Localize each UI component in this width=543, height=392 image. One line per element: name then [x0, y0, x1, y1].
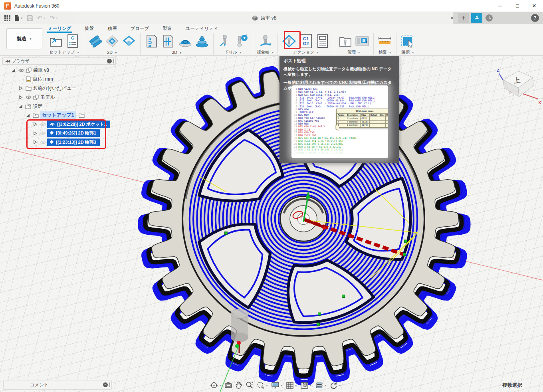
ribbon-group-label[interactable]: 複合軸 ▼: [257, 49, 274, 55]
pan-tool[interactable]: [234, 380, 243, 390]
setup-sheet-button[interactable]: [315, 33, 330, 49]
tree-item-label: 名前の付いたビュー: [33, 85, 76, 92]
document-cube-icon: [252, 15, 258, 21]
tool-caret-icon[interactable]: ▼: [324, 384, 327, 387]
eye-icon[interactable]: [25, 94, 32, 101]
selection-status-text: 複数選択: [502, 382, 522, 389]
save-button[interactable]: [26, 13, 34, 23]
contour-2d-button[interactable]: [121, 33, 137, 49]
ribbon-group-label[interactable]: セットアップ ▼: [49, 49, 79, 55]
drill-button[interactable]: [217, 33, 232, 49]
adaptive-3d-button[interactable]: [144, 33, 159, 49]
spiral-3d-button[interactable]: [194, 33, 210, 49]
nc-code-line: 20N85 X-61.097 Y-66.113 Z-22.086: [293, 143, 387, 145]
gcode-param-table: G01 Linear moveParam.DescriptionValueDef…: [336, 109, 388, 128]
tree-row-2[interactable]: 名前の付いたビュー: [10, 84, 110, 93]
group-caret-icon: ▼: [358, 51, 361, 54]
tree-row-3[interactable]: モデル: [10, 93, 110, 102]
help-button[interactable]: ?: [531, 14, 539, 22]
ribbon-group-label[interactable]: アクション ▼: [293, 49, 319, 55]
panel-resize-handle[interactable]: [113, 59, 114, 63]
tool-caret-icon[interactable]: ▼: [339, 384, 341, 387]
multi-axis-button[interactable]: [258, 33, 273, 49]
thread-tool-button[interactable]: +: [234, 33, 249, 49]
minimize-button[interactable]: ─: [491, 0, 509, 12]
collapse-panel-icon[interactable]: ◀◀: [5, 59, 9, 63]
measure-button[interactable]: [377, 33, 392, 49]
tree-row-4[interactable]: 設定: [10, 102, 110, 111]
comment-resize-handle[interactable]: [109, 382, 110, 387]
visual-style-tool[interactable]: ▼: [314, 381, 328, 390]
ribbon-group-label[interactable]: 管理 ▼: [347, 49, 361, 55]
ribbon-group-label[interactable]: 2D ▼: [107, 50, 117, 55]
setup-folder-button[interactable]: [48, 33, 63, 49]
app-launcher-icon[interactable]: [3, 13, 12, 23]
face-2d-button[interactable]: [105, 33, 120, 49]
tree-expand-icon[interactable]: [25, 112, 31, 119]
ribbon-tab-2[interactable]: 積層: [107, 25, 118, 33]
tree-expand-icon[interactable]: [18, 94, 24, 101]
machine-button[interactable]: [355, 33, 370, 49]
document-tab[interactable]: 歯車 v8: [76, 12, 453, 24]
tool-library-button[interactable]: [338, 33, 353, 49]
trailing-folder-icon: [78, 112, 85, 119]
post-process-button[interactable]: G1G2: [298, 33, 313, 49]
select-button[interactable]: [400, 33, 415, 49]
ribbon-group-label[interactable]: 選択 ▼: [401, 49, 414, 55]
tool-caret-icon[interactable]: ▼: [266, 384, 268, 387]
display-settings-tool[interactable]: ▼: [270, 381, 284, 390]
workspace-selector[interactable]: 製造 ▼: [6, 28, 42, 49]
grid-snaps-tool[interactable]: ▼: [285, 381, 298, 390]
ribbon-group-label[interactable]: 検査 ▼: [379, 49, 392, 55]
ribbon-tab-0[interactable]: ミーリング: [47, 25, 72, 33]
document-tab-close-icon[interactable]: ✕: [448, 14, 456, 22]
comment-options-icon[interactable]: −: [103, 382, 108, 387]
fusion-logo-icon: F: [4, 2, 11, 10]
orbit-tool[interactable]: ▼: [209, 380, 222, 390]
tree-expand-icon[interactable]: [10, 67, 17, 73]
tool-caret-icon[interactable]: ▼: [309, 384, 312, 387]
setup-gsheet-button[interactable]: G: [65, 33, 80, 49]
tree-row-0[interactable]: 歯車 v8: [10, 66, 110, 75]
tree-row-5[interactable]: セットアップ1: [10, 111, 110, 120]
look-at-tool[interactable]: [224, 381, 233, 390]
ribbon-group-label[interactable]: 3D ▼: [172, 50, 182, 55]
ribbon-tab-1[interactable]: 旋盤: [84, 25, 95, 33]
tree-row-1[interactable]: 単位: mm: [10, 75, 110, 84]
close-button[interactable]: ✕: [525, 0, 543, 12]
refresh-tool[interactable]: ▼: [329, 381, 342, 390]
undo-button[interactable]: ↶▼: [36, 13, 47, 23]
tree-item-label: モデル: [40, 94, 55, 101]
pocket-3d-button[interactable]: [161, 33, 176, 49]
pocket-2d-button[interactable]: [88, 33, 103, 49]
viewports-tool[interactable]: ▼: [299, 381, 313, 390]
scallop-3d-button[interactable]: [178, 33, 193, 49]
file-menu-button[interactable]: ▼: [13, 13, 24, 23]
ribbon-tab-3[interactable]: プローブ: [130, 25, 150, 33]
new-tab-button[interactable]: +: [458, 13, 469, 23]
zoom-tool[interactable]: [244, 380, 254, 390]
tool-caret-icon[interactable]: ▼: [280, 384, 283, 387]
tree-expand-icon[interactable]: [18, 85, 24, 91]
tool-caret-icon[interactable]: ▼: [219, 384, 222, 387]
ribbon-group-label[interactable]: ドリル ▼: [224, 49, 242, 55]
ribbon-group-4: 複合軸 ▼: [253, 33, 278, 55]
comment-bar[interactable]: コメント −: [3, 380, 112, 390]
title-bar: F Autodesk Fusion 360 ─ □ ✕: [0, 0, 543, 12]
maximize-button[interactable]: □: [509, 0, 526, 12]
nc-code-line: 18N75 G01 X-61.18 Y-66.155 Z-21.743 F950…: [293, 137, 387, 139]
browser-panel-header[interactable]: ◀◀ ブラウザ −: [2, 57, 116, 65]
eye-icon[interactable]: [18, 67, 24, 73]
ribbon-tab-4[interactable]: 製造: [162, 25, 172, 33]
post-process-tooltip: ポスト処理 機械から独立した刃物位置データを機械独自の NC データへ変換します…: [279, 55, 399, 163]
ribbon-tab-5[interactable]: ユーティリティ: [184, 25, 219, 33]
job-status-button[interactable]: [471, 13, 482, 23]
view-cube[interactable]: 上 前 Z X: [493, 60, 541, 108]
redo-button[interactable]: ↷▼: [48, 13, 59, 23]
zoom-window-tool[interactable]: ▼: [256, 380, 269, 390]
tool-caret-icon[interactable]: ▼: [295, 384, 297, 387]
panel-options-icon[interactable]: −: [107, 59, 112, 63]
history-button[interactable]: [485, 14, 493, 22]
nc-code-line: 24N105 X-60.891 Y-65.904 Z-22.715: [293, 154, 387, 157]
tree-expand-icon[interactable]: [18, 103, 24, 109]
